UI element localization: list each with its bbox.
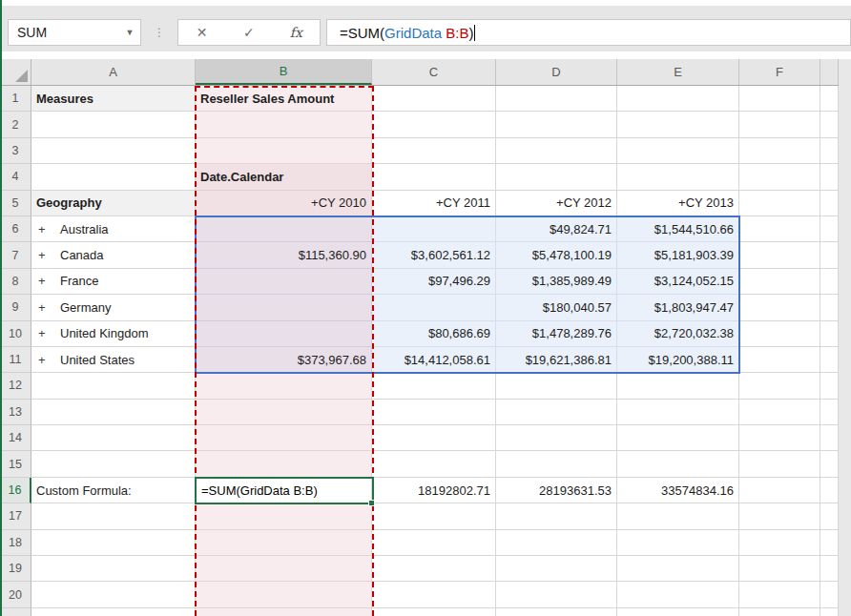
cell-G21[interactable] [820, 608, 839, 616]
cell-A14[interactable] [31, 425, 196, 451]
cell-B9[interactable] [196, 295, 372, 320]
cell-F4[interactable] [739, 164, 820, 190]
cell-G20[interactable] [820, 582, 839, 607]
cell-D5[interactable]: +CY 2012 [496, 191, 617, 216]
cell-E5[interactable]: +CY 2013 [617, 191, 739, 216]
cell-C14[interactable] [372, 425, 496, 451]
cell-D14[interactable] [496, 425, 617, 451]
cell-G18[interactable] [820, 530, 839, 556]
cell-D19[interactable] [496, 556, 617, 582]
row-header-7[interactable]: 7 [0, 242, 31, 268]
cell-C21[interactable] [372, 608, 496, 616]
cell-F16[interactable] [739, 478, 820, 503]
expand-button[interactable]: + [38, 248, 52, 262]
cell-E11[interactable]: $19,200,388.11 [617, 347, 739, 373]
cell-B19[interactable] [196, 556, 372, 582]
cell-E19[interactable] [617, 556, 739, 582]
name-box-value[interactable]: SUM [9, 25, 119, 40]
row-header-1[interactable]: 1 [0, 86, 31, 112]
cancel-icon[interactable]: ✕ [188, 25, 217, 40]
cell-E21[interactable] [617, 608, 739, 616]
row-header-4[interactable]: 4 [0, 164, 31, 190]
row-header-21[interactable] [0, 608, 31, 616]
cell-A11[interactable]: +United States [31, 347, 196, 373]
cell-C20[interactable] [372, 582, 496, 607]
cell-G13[interactable] [820, 400, 839, 425]
cell-E1[interactable] [617, 86, 739, 112]
cell-E17[interactable] [617, 503, 739, 529]
expand-button[interactable]: + [38, 222, 52, 236]
cell-E20[interactable] [617, 582, 739, 607]
cell-D10[interactable]: $1,478,289.76 [496, 321, 617, 347]
cell-B18[interactable] [196, 530, 372, 556]
cell-C19[interactable] [372, 556, 496, 582]
expand-button[interactable]: + [38, 274, 52, 288]
row-header-15[interactable]: 15 [0, 451, 31, 477]
row-header-16[interactable]: 16 [0, 478, 31, 503]
row-header-10[interactable]: 10 [0, 321, 31, 347]
cell-G7[interactable] [820, 242, 839, 268]
cell-C1[interactable] [372, 86, 496, 112]
cell-E14[interactable] [617, 425, 739, 451]
cell-G12[interactable] [820, 373, 839, 399]
cell-G11[interactable] [820, 347, 839, 373]
row-header-11[interactable]: 11 [0, 347, 31, 373]
cell-F15[interactable] [739, 451, 820, 477]
cell-A12[interactable] [31, 373, 196, 399]
row-header-6[interactable]: 6 [0, 216, 31, 242]
expand-button[interactable]: + [38, 353, 52, 367]
cell-F3[interactable] [739, 138, 820, 164]
cell-F8[interactable] [739, 269, 820, 295]
cell-D3[interactable] [496, 138, 617, 164]
cell-F21[interactable] [739, 608, 820, 616]
cell-D12[interactable] [496, 373, 617, 399]
row-header-8[interactable]: 8 [0, 269, 31, 295]
cell-A8[interactable]: +France [31, 269, 196, 295]
enter-icon[interactable]: ✓ [235, 25, 263, 40]
cell-B20[interactable] [196, 582, 372, 607]
cell-G3[interactable] [820, 138, 839, 164]
cell-C7[interactable]: $3,602,561.12 [372, 242, 496, 268]
row-header-3[interactable]: 3 [0, 138, 31, 164]
column-header-A[interactable]: A [31, 59, 196, 85]
cell-D18[interactable] [496, 530, 617, 556]
column-header-E[interactable]: E [617, 59, 739, 85]
cell-A15[interactable] [31, 451, 196, 477]
cell-B15[interactable] [196, 451, 372, 477]
cell-A3[interactable] [31, 138, 196, 164]
cell-G9[interactable] [820, 295, 839, 320]
cell-F10[interactable] [739, 321, 820, 347]
expand-button[interactable]: + [38, 300, 52, 315]
cell-E15[interactable] [617, 451, 739, 477]
cell-D17[interactable] [496, 503, 617, 529]
row-header-18[interactable]: 18 [0, 530, 31, 556]
cell-E6[interactable]: $1,544,510.66 [617, 216, 739, 242]
cell-E2[interactable] [617, 112, 739, 137]
cell-E18[interactable] [617, 530, 739, 556]
cell-F18[interactable] [739, 530, 820, 556]
cell-C11[interactable]: $14,412,058.61 [372, 347, 496, 373]
row-header-2[interactable]: 2 [0, 112, 31, 137]
cell-B21[interactable] [196, 608, 372, 616]
cell-B4[interactable]: Date.Calendar [196, 164, 372, 190]
cell-G4[interactable] [820, 164, 839, 190]
cell-G16[interactable] [820, 478, 839, 503]
cell-A6[interactable]: +Australia [31, 216, 196, 242]
cell-G1[interactable] [820, 86, 839, 112]
column-header-G[interactable] [820, 59, 839, 85]
cell-A20[interactable] [31, 582, 196, 607]
cell-A2[interactable] [31, 112, 196, 137]
column-header-C[interactable]: C [372, 59, 496, 85]
cell-D15[interactable] [496, 451, 617, 477]
cell-C5[interactable]: +CY 2011 [372, 191, 496, 216]
cell-F14[interactable] [739, 425, 820, 451]
cell-B7[interactable]: $115,360.90 [196, 242, 372, 268]
cell-E9[interactable]: $1,803,947.47 [617, 295, 739, 320]
cell-E4[interactable] [617, 164, 739, 190]
cell-A4[interactable] [31, 164, 196, 190]
cell-E8[interactable]: $3,124,052.15 [617, 269, 739, 295]
cell-C17[interactable] [372, 503, 496, 529]
cell-C3[interactable] [372, 138, 496, 164]
cell-G15[interactable] [820, 451, 839, 477]
cell-A7[interactable]: +Canada [31, 242, 196, 268]
